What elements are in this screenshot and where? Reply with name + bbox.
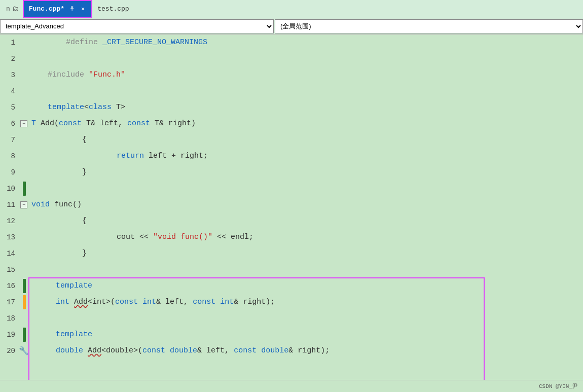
code-line-15: 15: [0, 262, 583, 278]
code-content-6: T Add(const T& left, const T& right): [28, 116, 196, 132]
code-content-17: int Add<int>(const int& left, const int&…: [28, 294, 275, 310]
line-num-7: 7: [0, 136, 20, 144]
gutter-16: [20, 279, 28, 293]
code-line-17: 17 int Add<int>(const int& left, const i…: [0, 294, 583, 310]
code-line-3: 3 #include "Func.h": [0, 67, 583, 83]
line-num-13: 13: [0, 233, 20, 241]
code-line-8: 8 return left + right;: [0, 148, 583, 164]
line-num-3: 3: [0, 71, 20, 79]
code-line-6: 6 − T Add(const T& left, const T& right): [0, 116, 583, 132]
tab-inactive-prefix: n 🗂: [2, 0, 23, 18]
gutter-20: 🔧: [20, 346, 28, 356]
line-num-8: 8: [0, 152, 20, 160]
line-num-11: 11: [0, 201, 20, 209]
code-line-9: 9 }: [0, 164, 583, 181]
line-num-9: 9: [0, 168, 20, 176]
green-bar-10: [23, 182, 26, 196]
code-content-7: {: [28, 132, 87, 148]
gutter-11: −: [20, 201, 28, 208]
yellow-bar-17: [23, 295, 26, 309]
tab-func-cpp[interactable]: Func.cpp* 🖈 ✕: [23, 0, 92, 18]
code-content-8: return left + right;: [28, 148, 208, 164]
tab-func-cpp-pin[interactable]: 🖈: [67, 5, 77, 13]
line-num-1: 1: [0, 39, 20, 47]
line-num-4: 4: [0, 87, 20, 95]
code-content-19: template: [28, 327, 92, 343]
scope-dropdown-left[interactable]: template_Advanced: [0, 19, 274, 33]
line-num-16: 16: [0, 282, 20, 290]
collapse-icon-11[interactable]: −: [20, 201, 27, 208]
code-line-12: 12 {: [0, 213, 583, 229]
code-line-7: 7 {: [0, 132, 583, 148]
code-content-11: void func(): [28, 197, 82, 213]
line-num-10: 10: [0, 185, 20, 193]
collapse-icon-6[interactable]: −: [20, 120, 27, 127]
code-content-14: }: [28, 245, 87, 262]
code-line-1: 1 #define _CRT_SECURE_NO_WARNINGS: [0, 34, 583, 51]
line-num-12: 12: [0, 217, 20, 225]
line-num-19: 19: [0, 331, 20, 339]
code-line-2: 2: [0, 51, 583, 67]
code-line-10: 10: [0, 181, 583, 197]
code-area: 1 #define _CRT_SECURE_NO_WARNINGS 2 3 #i…: [0, 34, 583, 380]
gutter-17: [20, 295, 28, 309]
code-content-16: template: [28, 278, 92, 294]
line-num-18: 18: [0, 314, 20, 323]
green-bar-19: [23, 328, 26, 342]
code-line-14: 14 }: [0, 245, 583, 262]
code-line-11: 11 − void func(): [0, 197, 583, 213]
code-line-18: 18: [0, 310, 583, 327]
code-line-20: 20 🔧 double Add<double>(const double& le…: [0, 343, 583, 359]
code-content-1: #define _CRT_SECURE_NO_WARNINGS: [28, 34, 207, 51]
status-text: CSDN @YIN_尹: [539, 382, 578, 390]
tab-test-cpp-label: test.cpp: [97, 5, 129, 13]
code-line-16: 16 template: [0, 278, 583, 294]
line-num-17: 17: [0, 298, 20, 306]
code-line-13: 13 cout << "void func()" << endl;: [0, 229, 583, 245]
scope-dropdown-right[interactable]: (全局范围): [275, 19, 583, 33]
gutter-10: [20, 182, 28, 196]
code-line-4: 4: [0, 83, 583, 99]
code-line-19: 19 template: [0, 327, 583, 343]
tab-func-cpp-close[interactable]: ✕: [80, 5, 86, 13]
line-num-5: 5: [0, 103, 20, 112]
line-num-6: 6: [0, 120, 20, 128]
line-num-15: 15: [0, 266, 20, 274]
wrench-icon-20[interactable]: 🔧: [19, 346, 29, 356]
code-content-3: #include "Func.h": [28, 67, 125, 83]
green-bar-16: [23, 279, 26, 293]
tab-bar: n 🗂 Func.cpp* 🖈 ✕ test.cpp: [0, 0, 583, 18]
code-content-13: cout << "void func()" << endl;: [28, 229, 253, 245]
code-content-5: template<class T>: [28, 99, 125, 116]
tab-test-cpp[interactable]: test.cpp: [92, 0, 134, 18]
line-num-14: 14: [0, 250, 20, 258]
code-content-20: double Add<double>(const double& left, c…: [28, 343, 330, 359]
code-content-9: }: [28, 164, 87, 181]
toolbar-row: template_Advanced (全局范围): [0, 18, 583, 34]
code-line-5: 5 template<class T>: [0, 99, 583, 116]
tab-func-cpp-label: Func.cpp*: [29, 5, 64, 13]
line-num-20: 20: [0, 347, 20, 355]
gutter-6: −: [20, 120, 28, 127]
code-content-12: {: [28, 213, 87, 229]
line-num-2: 2: [0, 55, 20, 63]
status-bar: CSDN @YIN_尹: [0, 380, 583, 392]
gutter-19: [20, 328, 28, 342]
